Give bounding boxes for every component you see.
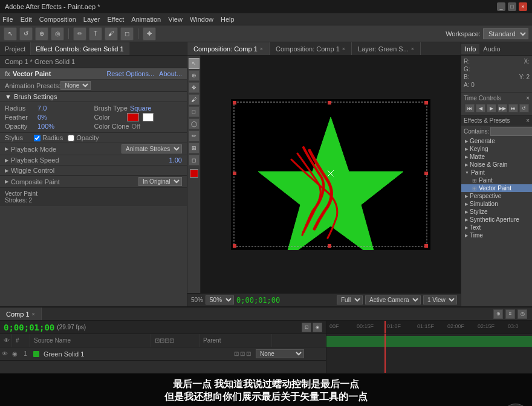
info-tab[interactable]: Info (461, 44, 479, 54)
tool-move[interactable]: ✥ (143, 27, 156, 40)
ep-text[interactable]: ▶ Text (461, 224, 532, 231)
handle-br[interactable] (424, 244, 428, 248)
handle-tl[interactable] (233, 101, 236, 105)
maximize-button[interactable]: □ (508, 2, 516, 11)
radius-checkbox-input[interactable] (34, 135, 41, 141)
comp-tab-2-close[interactable]: × (342, 46, 345, 52)
tool-shape1[interactable]: □ (189, 106, 199, 117)
audio-tab[interactable]: Audio (479, 44, 504, 54)
brush-type-value[interactable]: Square (130, 105, 151, 112)
opacity-checkbox-input[interactable] (68, 135, 74, 141)
ep-time[interactable]: ▶ Time (461, 231, 532, 239)
tool-arrow[interactable]: ↖ (189, 58, 199, 69)
tool-clone[interactable]: ⊞ (189, 143, 199, 153)
tool-brush[interactable]: 🖌 (105, 27, 118, 40)
menu-animation[interactable]: Animation (131, 16, 161, 23)
menu-help[interactable]: Help (221, 16, 235, 23)
tl-btn-3[interactable]: ◷ (517, 309, 527, 319)
feather-value[interactable]: 0% (37, 114, 47, 121)
handle-ml[interactable] (233, 172, 236, 175)
tool-text[interactable]: T (89, 27, 102, 40)
ep-matte[interactable]: ▶ Matte (461, 153, 532, 161)
timeline-comp-tab[interactable]: Comp 1 × (0, 308, 42, 320)
menu-edit[interactable]: Edit (21, 16, 32, 23)
tc-last[interactable]: ⏭ (508, 104, 518, 112)
tc-next[interactable]: ▶▶ (498, 104, 507, 112)
menu-effect[interactable]: Effect (107, 16, 124, 23)
layer-switch-2[interactable]: ⊡ (240, 350, 245, 357)
menu-window[interactable]: Window (190, 16, 213, 23)
menu-view[interactable]: View (168, 16, 183, 23)
comp-tab-2[interactable]: Composition: Comp 1 × (270, 42, 352, 55)
layer-switch-3[interactable]: ⊡ (246, 350, 251, 357)
composite-expand[interactable]: ▶ (5, 179, 8, 184)
ep-paint-item[interactable]: ⊞ Paint (461, 176, 532, 184)
playback-speed-value[interactable]: 1.00 (169, 156, 182, 164)
layer-tab[interactable]: Layer: Green S... × (352, 42, 421, 55)
ep-simulation[interactable]: ▶ Simulation (461, 200, 532, 208)
layer-solo[interactable]: ◉ (10, 350, 19, 357)
handle-tr[interactable] (424, 101, 428, 105)
comp-tab-1-close[interactable]: × (260, 46, 263, 52)
workspace-select[interactable]: Standard (483, 28, 528, 39)
minimize-button[interactable]: _ (497, 2, 505, 11)
playback-mode-select[interactable]: Animate Strokes (122, 144, 182, 153)
color-alt-swatch[interactable] (143, 113, 154, 121)
tool-eraser2[interactable]: ◻ (189, 155, 199, 166)
reset-options-link[interactable]: Reset Options... (106, 70, 154, 77)
tl-marker[interactable]: ◈ (313, 323, 322, 332)
tool-pen2[interactable]: ✏ (189, 130, 199, 141)
view-select[interactable]: Active Camera (365, 295, 421, 304)
close-button[interactable]: × (519, 2, 527, 11)
layer-switch-1[interactable]: ⊡ (234, 350, 239, 357)
ep-search-input[interactable] (490, 127, 532, 136)
zoom-select[interactable]: 50% (206, 295, 234, 304)
tool-move2[interactable]: ✥ (189, 82, 199, 93)
tc-loop[interactable]: ↺ (519, 104, 529, 112)
tc-first[interactable]: ⏮ (465, 104, 475, 112)
tc-play[interactable]: ▶ (487, 104, 496, 112)
ep-noise-grain[interactable]: ▶ Noise & Grain (461, 161, 532, 169)
foreground-color[interactable] (190, 169, 198, 178)
timeline-tab-close[interactable]: × (32, 311, 35, 317)
tool-zoom[interactable]: ⊕ (189, 70, 199, 81)
layer-visibility-toggle[interactable]: 👁 (0, 350, 10, 357)
opacity-value[interactable]: 100% (37, 123, 54, 130)
tool-orbit[interactable]: ◎ (51, 27, 64, 40)
layer-parent-select[interactable]: None (256, 349, 304, 358)
playback-mode-expand[interactable]: ▶ (5, 146, 8, 152)
playhead[interactable] (384, 321, 386, 334)
tl-snap[interactable]: ⊡ (302, 323, 311, 332)
tool-paint1[interactable]: 🖌 (189, 94, 199, 105)
handle-bc[interactable] (328, 244, 331, 248)
menu-layer[interactable]: Layer (83, 16, 100, 23)
brush-settings-header[interactable]: ▼ Brush Settings (0, 92, 187, 102)
ep-paint[interactable]: ▼ Paint (461, 169, 532, 176)
handle-tc[interactable] (328, 101, 331, 105)
tool-pen[interactable]: ✏ (73, 27, 86, 40)
tool-shape2[interactable]: ◯ (189, 118, 199, 129)
layer-tab-close[interactable]: × (411, 46, 414, 52)
project-tab[interactable]: Project (0, 42, 31, 55)
track-playhead[interactable] (384, 334, 386, 373)
tool-select[interactable]: ↖ (4, 27, 17, 40)
quality-dropdown[interactable]: Full (337, 295, 363, 304)
timeline-timecode[interactable]: 0;00;01;00 (4, 323, 54, 332)
tl-btn-2[interactable]: ≡ (505, 309, 515, 319)
tool-camera[interactable]: ⊕ (35, 27, 48, 40)
tl-btn-1[interactable]: ⊕ (493, 309, 503, 319)
about-link[interactable]: About... (159, 70, 182, 77)
ep-synthetic[interactable]: ▶ Synthetic Aperture (461, 216, 532, 224)
handle-bl[interactable] (233, 244, 236, 248)
menu-composition[interactable]: Composition (39, 16, 76, 23)
tool-eraser[interactable]: ◻ (120, 27, 134, 40)
ep-generate[interactable]: ▶ Generate (461, 137, 532, 145)
menu-file[interactable]: File (2, 16, 13, 23)
ep-close[interactable]: × (526, 117, 530, 124)
handle-mr[interactable] (424, 172, 428, 175)
ep-perspective[interactable]: ▶ Perspective (461, 192, 532, 200)
playback-speed-expand[interactable]: ▶ (5, 158, 8, 163)
effect-controls-tab[interactable]: Effect Controls: Green Solid 1 (31, 42, 129, 55)
comp-tab-1[interactable]: Composition: Comp 1 × (187, 42, 270, 55)
radius-value[interactable]: 7.0 (37, 105, 47, 112)
